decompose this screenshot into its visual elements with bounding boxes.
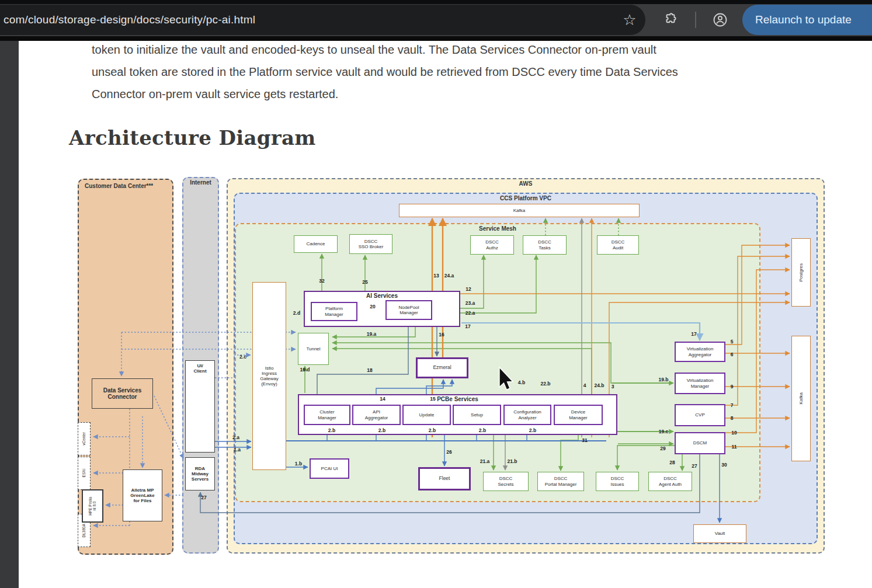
relaunch-to-update-button[interactable]: Relaunch to update xyxy=(742,5,872,35)
profile-icon[interactable] xyxy=(705,5,735,35)
extensions-puzzle-icon[interactable] xyxy=(655,5,686,35)
body-paragraph: token to initialize the vault and encode… xyxy=(92,39,839,105)
url-text: com/cloud/storage-design/docs/security/p… xyxy=(0,13,255,26)
window-top-edge xyxy=(0,0,872,4)
browser-toolbar: com/cloud/storage-design/docs/security/p… xyxy=(0,0,872,36)
mouse-cursor xyxy=(69,171,829,559)
paragraph-line: token to initialize the vault and encode… xyxy=(92,39,839,61)
bookmark-star-icon[interactable]: ☆ xyxy=(614,5,645,35)
paragraph-line: unseal token are stored in the Platform … xyxy=(92,61,839,83)
url-bar[interactable]: com/cloud/storage-design/docs/security/p… xyxy=(0,5,645,35)
toolbar-divider xyxy=(695,12,696,28)
section-heading: Architecture Diagram xyxy=(69,126,316,149)
architecture-diagram: Customer Data Center***InternetAWSCCS Pl… xyxy=(69,171,829,559)
paragraph-line: Connector on-prem vault service gets res… xyxy=(92,83,839,105)
window-left-edge xyxy=(0,41,19,588)
